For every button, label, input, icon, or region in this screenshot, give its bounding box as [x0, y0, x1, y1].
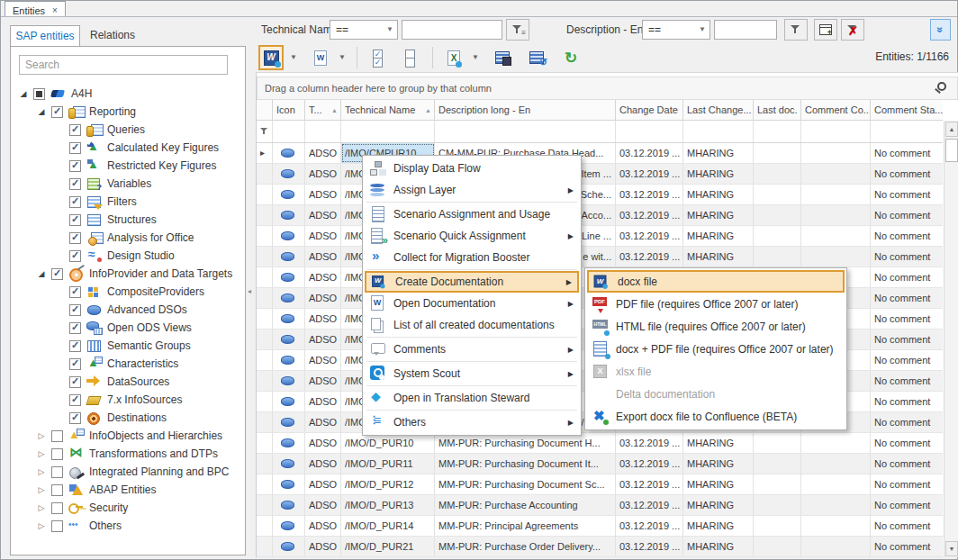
tree-checkbox[interactable]: [69, 142, 81, 154]
menu-item-scenario-assignment[interactable]: Scenario Assignment and Usage: [365, 203, 579, 225]
tree-expander-icon[interactable]: [34, 485, 49, 494]
tree-item[interactable]: Queries: [11, 121, 245, 139]
tree-item[interactable]: Reporting: [11, 103, 245, 121]
tree-expander-icon[interactable]: [34, 449, 49, 458]
reload-grid-layout-button[interactable]: [524, 45, 549, 70]
tree-expander-icon[interactable]: [34, 431, 49, 440]
tree-expander-icon[interactable]: [34, 269, 49, 278]
open-document-button[interactable]: [308, 45, 333, 70]
tree-checkbox[interactable]: [69, 250, 81, 262]
description-filter-input[interactable]: [714, 20, 777, 40]
menu-item-comments[interactable]: Comments▶: [365, 339, 579, 360]
filter-cell[interactable]: [273, 121, 305, 142]
search-icon[interactable]: [937, 82, 946, 91]
group-by-band[interactable]: Drag a column header here to group by th…: [257, 77, 958, 100]
description-operator-select[interactable]: == ▼: [642, 20, 710, 40]
table-row[interactable]: ADSO /IMO Sche... 03.12.2019 ... MHARING…: [257, 185, 943, 205]
column-header-comment-count[interactable]: Comment Co...: [801, 100, 871, 120]
chevron-down-icon[interactable]: ▼: [290, 53, 297, 61]
tree-checkbox[interactable]: [69, 232, 81, 244]
cell-technical-name[interactable]: /IMO/D_PUR14: [341, 516, 435, 536]
cell-technical-name[interactable]: /IMO/D_PUR21: [341, 537, 435, 556]
filter-cell[interactable]: [616, 121, 683, 142]
menu-item-system-scout[interactable]: System Scout▶: [365, 363, 579, 384]
submenu-item-docx-pdf-file[interactable]: docx + PDF file (requires Office 2007 or…: [587, 338, 845, 360]
clear-filter-button[interactable]: [841, 19, 864, 41]
search-input[interactable]: [19, 55, 228, 75]
tree-expander-icon[interactable]: [34, 503, 49, 512]
panel-splitter[interactable]: ◂: [246, 17, 256, 555]
menu-item-others[interactable]: Others▶: [365, 411, 579, 433]
tree-checkbox[interactable]: [69, 322, 81, 334]
tree-item[interactable]: DataSources: [11, 373, 245, 391]
filter-cell[interactable]: [435, 121, 616, 142]
tree-item[interactable]: Destinations: [11, 409, 245, 427]
table-row[interactable]: ADSO /IMO/D_PUR10 MM-PUR: Purchasing Doc…: [257, 433, 943, 454]
refresh-button[interactable]: ↻: [558, 45, 583, 70]
technical-name-operator-select[interactable]: == ▼: [330, 20, 398, 40]
tree-item[interactable]: CompositeProviders: [11, 283, 245, 301]
tree-item[interactable]: Restricted Key Figures: [11, 157, 245, 175]
tree-item[interactable]: A4H: [11, 85, 245, 103]
table-row[interactable]: ADSO /IMO Acco... 03.12.2019 ... MHARING…: [257, 205, 943, 226]
column-header-last-change[interactable]: Last Change...: [683, 100, 754, 120]
scrollbar-thumb[interactable]: [945, 139, 958, 162]
tree-item[interactable]: Transformations and DTPs: [11, 445, 245, 463]
vertical-scrollbar[interactable]: ▲ ▼: [944, 121, 958, 557]
tree-item[interactable]: Calculated Key Figures: [11, 139, 245, 157]
tree-item[interactable]: Others: [11, 517, 245, 535]
tree-item[interactable]: Structures: [11, 211, 245, 229]
document-tab-entities[interactable]: Entities ×: [5, 1, 66, 17]
column-header-technical-name[interactable]: Technical Name▲: [341, 100, 435, 120]
tree-checkbox[interactable]: [51, 448, 63, 460]
select-all-button[interactable]: [366, 45, 391, 70]
tree-checkbox[interactable]: [69, 214, 81, 226]
tree-checkbox[interactable]: [51, 466, 63, 478]
submenu-item-docx-file[interactable]: docx file: [587, 270, 845, 293]
table-row[interactable]: ADSO /IMO/D_PUR21 MM-PUR: Purchase Order…: [257, 537, 943, 557]
chevron-down-icon[interactable]: ▼: [339, 53, 346, 61]
tree-expander-icon[interactable]: [34, 521, 49, 530]
scroll-up-icon[interactable]: ▲: [945, 122, 958, 137]
cell-technical-name[interactable]: /IMO/D_PUR12: [341, 474, 435, 494]
excel-export-button[interactable]: [441, 45, 466, 70]
tree-checkbox[interactable]: [51, 484, 63, 496]
tree-checkbox[interactable]: [69, 304, 81, 316]
submenu-item-html-file[interactable]: HTML file (requires Office 2007 or later…: [587, 315, 845, 338]
create-docx-button[interactable]: [258, 45, 284, 70]
tree-item[interactable]: Filters: [11, 193, 245, 211]
filter-editor-button[interactable]: [814, 19, 837, 41]
column-header-description[interactable]: Description long - En: [435, 100, 616, 120]
menu-item-translation-steward[interactable]: Open in Translation Steward: [365, 387, 579, 409]
table-row[interactable]: ADSO /IMO/D_PUR13 MM-PUR: Purchase Accou…: [257, 495, 943, 516]
tree-checkbox[interactable]: [69, 160, 81, 172]
table-row[interactable]: ADSO /IMO : Line ... 03.12.2019 ... MHAR…: [257, 226, 943, 247]
tree-checkbox[interactable]: [33, 88, 45, 100]
column-header-change-date[interactable]: Change Date: [616, 100, 683, 120]
tree-checkbox[interactable]: [51, 502, 63, 514]
tree-checkbox[interactable]: [51, 106, 63, 118]
cell-technical-name[interactable]: /IMO/D_PUR11: [341, 454, 435, 474]
column-header-comment-status[interactable]: Comment Sta...: [871, 100, 943, 120]
tab-relations[interactable]: Relations: [80, 25, 145, 47]
menu-item-assign-layer[interactable]: Assign Layer▶: [365, 179, 579, 201]
menu-item-list-of-documentations[interactable]: List of all created documentations: [365, 314, 579, 336]
tree-checkbox[interactable]: [51, 430, 63, 442]
filter-cell[interactable]: [871, 121, 943, 142]
tree-checkbox[interactable]: [69, 286, 81, 298]
tab-sap-entities[interactable]: SAP entities: [10, 25, 80, 47]
menu-item-display-data-flow[interactable]: Display Data Flow: [365, 158, 579, 179]
tree-item[interactable]: InfoProvider and Data Targets: [11, 265, 245, 283]
column-header-icon[interactable]: Icon: [273, 100, 305, 120]
menu-item-create-documentation[interactable]: Create Documentation▶: [365, 271, 579, 293]
table-row[interactable]: ADSO /IMO/CMPUR10 CM-MM-PUR: Purchase Da…: [257, 143, 943, 164]
tree-checkbox[interactable]: [69, 178, 81, 190]
tree-checkbox[interactable]: [69, 358, 81, 370]
tree-item[interactable]: Advanced DSOs: [11, 301, 245, 319]
tree-checkbox[interactable]: [51, 520, 63, 532]
menu-item-collect-migration-booster[interactable]: Collect for Migration Booster: [365, 247, 579, 268]
cell-technical-name[interactable]: /IMO/D_PUR10: [341, 433, 435, 453]
filter-cell[interactable]: [801, 121, 871, 142]
tree-checkbox[interactable]: [69, 196, 81, 208]
menu-item-open-documentation[interactable]: Open Documentation▶: [365, 293, 579, 314]
